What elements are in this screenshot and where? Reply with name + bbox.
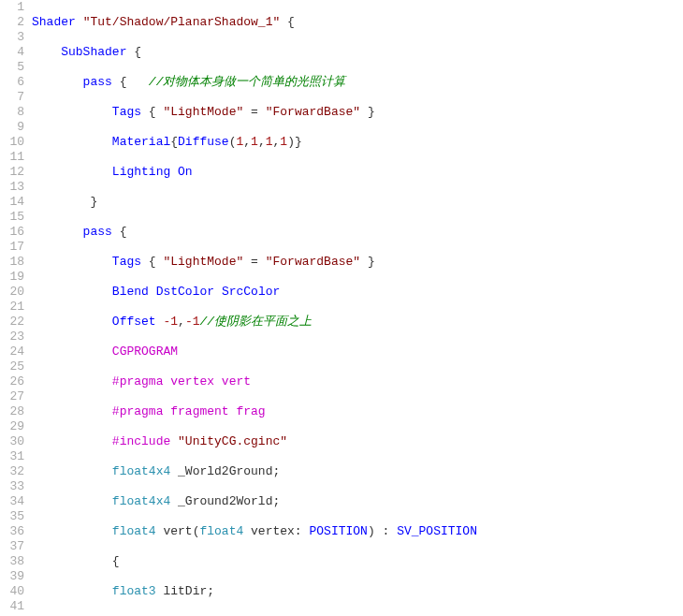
line-number: 22 xyxy=(0,315,26,330)
line-number: 24 xyxy=(0,345,26,359)
text: } xyxy=(360,255,375,269)
keyword: DstColor xyxy=(156,285,214,299)
line-number: 13 xyxy=(0,180,26,195)
type: float4x4 xyxy=(112,464,170,478)
text: } xyxy=(360,105,375,119)
text xyxy=(170,165,178,179)
keyword: On xyxy=(178,165,193,179)
text: vertex: xyxy=(243,524,309,538)
line-number: 35 xyxy=(0,509,26,524)
line-number: 12 xyxy=(0,165,26,180)
line-number: 30 xyxy=(0,434,26,449)
line-number: 4 xyxy=(0,45,26,60)
line-number: 15 xyxy=(0,210,26,225)
comment: //对物体本身做一个简单的光照计算 xyxy=(149,75,346,89)
string: "UnityCG.cginc" xyxy=(178,434,287,448)
keyword: Material xyxy=(112,135,170,149)
line-number: 19 xyxy=(0,270,26,285)
line-number: 28 xyxy=(0,404,26,419)
line-number: 14 xyxy=(0,195,26,210)
number: 1 xyxy=(251,135,258,149)
type: float4 xyxy=(112,524,156,538)
string: "ForwardBase" xyxy=(266,105,360,119)
number: -1 xyxy=(185,315,200,329)
keyword: SrcColor xyxy=(222,285,280,299)
string: "LightMode" xyxy=(163,255,243,269)
text: _World2Ground; xyxy=(170,464,280,478)
text: , xyxy=(243,135,251,149)
text: { xyxy=(170,135,178,149)
line-number: 26 xyxy=(0,374,26,389)
line-number: 18 xyxy=(0,255,26,270)
brace: { xyxy=(112,225,127,239)
line-number: 3 xyxy=(0,30,26,45)
line-number: 37 xyxy=(0,539,26,554)
type: float3 xyxy=(112,584,156,598)
brace: } xyxy=(90,195,97,209)
string: "ForwardBase" xyxy=(266,255,360,269)
text: , xyxy=(178,315,185,329)
text: { xyxy=(141,255,163,269)
text: litDir; xyxy=(156,584,214,598)
line-number: 20 xyxy=(0,285,26,300)
text: = xyxy=(243,255,265,269)
line-number: 34 xyxy=(0,494,26,509)
line-number-gutter: 1234567891011121314151617181920212223242… xyxy=(0,0,32,616)
line-number: 41 xyxy=(0,599,26,614)
preprocessor: #pragma vertex vert xyxy=(112,374,251,389)
keyword: pass xyxy=(83,225,112,239)
string: "LightMode" xyxy=(163,105,243,119)
text: = xyxy=(243,105,265,119)
line-number: 8 xyxy=(0,105,26,120)
line-number: 33 xyxy=(0,479,26,494)
text xyxy=(149,285,156,299)
semantic: SV_POSITION xyxy=(397,524,477,538)
number: 1 xyxy=(280,135,287,149)
code-editor[interactable]: 1234567891011121314151617181920212223242… xyxy=(0,0,683,616)
type: float4x4 xyxy=(112,494,170,508)
text: _Ground2World; xyxy=(170,494,280,508)
text: vert( xyxy=(156,524,200,538)
line-number: 9 xyxy=(0,120,26,135)
line-number: 31 xyxy=(0,449,26,464)
type: float4 xyxy=(199,524,243,538)
number: 1 xyxy=(266,135,273,149)
keyword: Blend xyxy=(112,285,149,299)
keyword: pass xyxy=(83,75,112,89)
keyword: Lighting xyxy=(112,165,170,179)
line-number: 11 xyxy=(0,150,26,165)
number: -1 xyxy=(163,315,178,329)
line-number: 17 xyxy=(0,240,26,255)
line-number: 10 xyxy=(0,135,26,150)
line-number: 1 xyxy=(0,0,26,15)
brace: { xyxy=(112,554,120,568)
text xyxy=(214,285,222,299)
line-number: 16 xyxy=(0,225,26,240)
keyword: Shader xyxy=(32,15,76,29)
string: "Tut/Shadow/PlanarShadow_1" xyxy=(83,15,281,29)
line-number: 2 xyxy=(0,15,26,30)
line-number: 23 xyxy=(0,330,26,345)
line-number: 25 xyxy=(0,359,26,374)
preprocessor: CGPROGRAM xyxy=(112,345,178,359)
preprocessor: #pragma fragment frag xyxy=(112,404,266,418)
line-number: 27 xyxy=(0,389,26,404)
line-number: 40 xyxy=(0,584,26,599)
code-content[interactable]: Shader "Tut/Shadow/PlanarShadow_1" { Sub… xyxy=(32,0,683,616)
keyword: Offset xyxy=(112,315,156,329)
text: , xyxy=(258,135,266,149)
line-number: 21 xyxy=(0,300,26,315)
line-number: 32 xyxy=(0,464,26,479)
keyword: Diffuse xyxy=(178,135,229,149)
line-number: 36 xyxy=(0,524,26,539)
keyword: Tags xyxy=(112,105,141,119)
line-number: 29 xyxy=(0,419,26,434)
preprocessor: #include xyxy=(112,434,178,448)
brace: { xyxy=(280,15,295,29)
keyword: Tags xyxy=(112,255,141,269)
text: ) : xyxy=(368,524,397,538)
keyword: SubShader xyxy=(61,45,126,59)
brace: { xyxy=(126,45,141,59)
comment: //使阴影在平面之上 xyxy=(199,315,312,329)
line-number: 7 xyxy=(0,90,26,105)
